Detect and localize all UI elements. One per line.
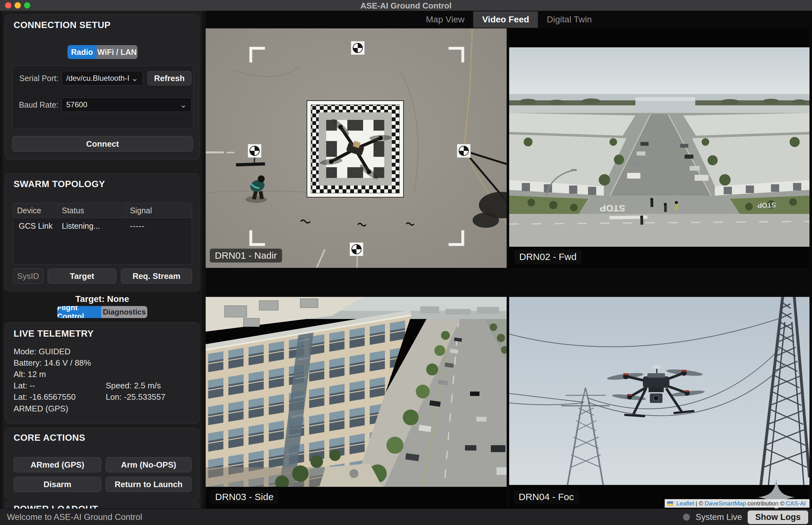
leaflet-flag-icon xyxy=(667,501,673,506)
swarm-table-row[interactable]: GCS Link Listening... ----- xyxy=(13,218,192,234)
swarm-col-signal: Signal xyxy=(126,203,192,218)
attribution-middle: contribution © xyxy=(747,500,784,507)
welcome-message: Welcome to ASE-AI Ground Control xyxy=(7,512,142,522)
swarm-row-status: Listening... xyxy=(58,218,126,234)
drn01-nadir-scene xyxy=(206,28,507,268)
window-title: ASE-AI Ground Control xyxy=(0,1,812,11)
leaflet-link[interactable]: Leaflet xyxy=(676,500,694,507)
show-logs-button[interactable]: Show Logs xyxy=(748,510,808,524)
swarm-topology-panel: SWARM TOPOLOGY Device Status Signal GCS … xyxy=(5,174,199,291)
statusbar: Welcome to ASE-AI Ground Control System … xyxy=(0,509,812,525)
video-feed-drn03[interactable]: DRN03 - Side xyxy=(206,297,507,509)
system-status-label: System Live xyxy=(696,512,742,522)
telemetry-lon: Lon: -25.533557 xyxy=(106,392,165,402)
target-button[interactable]: Target xyxy=(48,269,116,284)
refresh-button[interactable]: Refresh xyxy=(147,71,192,86)
swarm-table: Device Status Signal GCS Link Listening.… xyxy=(13,203,192,265)
arm-gps-button[interactable]: ARmed (GPS) xyxy=(14,457,101,472)
feed-label-drn04: DRN04 - Foc xyxy=(514,490,579,504)
telemetry-lat: Lat: -16.6567550 xyxy=(14,392,76,402)
feed-label-drn02: DRN02 - Fwd xyxy=(514,250,582,264)
baud-rate-value: 57600 xyxy=(66,100,87,109)
swarm-row-signal: ----- xyxy=(126,218,192,234)
telemetry-lat-raw: Lat: -- xyxy=(14,381,35,391)
drn02-fwd-scene: STOP STOP xyxy=(509,47,810,247)
serial-port-value: /dev/cu.Bluetooth-Incor xyxy=(66,74,129,82)
serial-port-label: Serial Port: xyxy=(15,71,58,86)
road-marking-stop-right: STOP xyxy=(757,201,776,210)
titlebar: ASE-AI Ground Control xyxy=(0,0,812,11)
map-attribution: Leaflet | © DaveSmartMap contribution © … xyxy=(665,499,810,508)
sysid-button[interactable]: SysID xyxy=(13,269,43,284)
road-marking-stop: STOP xyxy=(600,203,625,214)
app-window: ASE-AI Ground Control CONNECTION SETUP R… xyxy=(0,0,812,525)
tab-diagnostics[interactable]: Diagnostics xyxy=(101,306,147,318)
telemetry-speed: Speed: 2.5 m/s xyxy=(106,381,161,391)
disarm-button[interactable]: Disarm xyxy=(14,477,101,492)
swarm-row-device: GCS Link xyxy=(13,218,58,234)
target-status-label: Target: None xyxy=(2,294,202,304)
arm-noops-button[interactable]: Arm (No-OPS) xyxy=(106,457,192,472)
tab-digital-twin[interactable]: Digital Twin xyxy=(538,11,601,28)
live-telemetry-panel: LIVE TELEMETRY Mode: GUIDED Battery: 14.… xyxy=(5,322,199,423)
core-actions-header: CORE ACTIONS xyxy=(14,433,85,443)
swarm-topology-header: SWARM TOPOLOGY xyxy=(14,179,105,189)
system-status-icon xyxy=(683,514,690,521)
feed-label-drn01: DRN01 - Nadir xyxy=(210,249,282,262)
connection-setup-panel: CONNECTION SETUP Radio WiFi / LAN Serial… xyxy=(5,15,199,160)
org-link[interactable]: CAS-AI xyxy=(786,500,806,507)
connection-setup-header: CONNECTION SETUP xyxy=(14,20,111,30)
view-tabbar: Map View Video Feed Digital Twin xyxy=(206,11,812,28)
power-loadout-panel: POWER LOADOUT xyxy=(5,502,199,509)
radio-mode-tab[interactable]: Radio xyxy=(67,45,96,59)
feed-label-drn03: DRN03 - Side xyxy=(210,490,279,504)
map-provider-link[interactable]: DaveSmartMap xyxy=(704,500,746,507)
return-to-launch-button[interactable]: Return to Launch xyxy=(106,477,192,492)
core-actions-panel: CORE ACTIONS ARmed (GPS) Arm (No-OPS) Di… xyxy=(5,428,199,500)
baud-rate-select[interactable]: 57600 ⌄ xyxy=(61,97,192,112)
swarm-table-header-row: Device Status Signal xyxy=(13,203,192,218)
tab-map-view[interactable]: Map View xyxy=(417,11,473,28)
power-loadout-header: POWER LOADOUT xyxy=(14,504,98,509)
sidebar: CONNECTION SETUP Radio WiFi / LAN Serial… xyxy=(2,11,202,509)
telemetry-armed-state: ARMED (GPS) xyxy=(14,404,68,414)
swarm-col-status: Status xyxy=(58,203,126,218)
connect-button[interactable]: Connect xyxy=(12,136,193,152)
drn04-foc-scene xyxy=(509,297,810,485)
link-mode-segmented: Radio WiFi / LAN xyxy=(67,45,137,59)
drn03-side-scene xyxy=(206,297,507,487)
req-stream-button[interactable]: Req. Stream xyxy=(121,269,192,284)
telemetry-alt: Alt: 12 m xyxy=(14,370,46,379)
telemetry-battery: Battery: 14.6 V / 88% xyxy=(14,358,91,368)
video-feed-drn01[interactable]: DRN01 - Nadir xyxy=(206,28,507,268)
live-telemetry-header: LIVE TELEMETRY xyxy=(14,328,94,339)
baud-rate-label: Baud Rate: xyxy=(12,97,58,112)
video-feed-drn04[interactable]: DRN04 - Foc Leaflet | © DaveSmartMap con… xyxy=(509,297,810,509)
tab-flight-control[interactable]: Flight Control xyxy=(57,306,101,318)
attribution-sep: | © xyxy=(696,500,703,507)
telemetry-mode: Mode: GUIDED xyxy=(14,347,71,357)
panel-mode-segmented: Flight Control Diagnostics xyxy=(57,306,147,318)
main-content: Map View Video Feed Digital Twin xyxy=(206,11,812,509)
serial-port-select[interactable]: /dev/cu.Bluetooth-Incor ⌄ xyxy=(61,71,143,86)
wifi-lan-mode-tab[interactable]: WiFi / LAN xyxy=(96,45,137,59)
tab-video-feed[interactable]: Video Feed xyxy=(473,11,538,28)
swarm-col-device: Device xyxy=(13,203,58,218)
video-feed-drn02[interactable]: STOP STOP DRN02 - Fwd xyxy=(509,28,810,268)
